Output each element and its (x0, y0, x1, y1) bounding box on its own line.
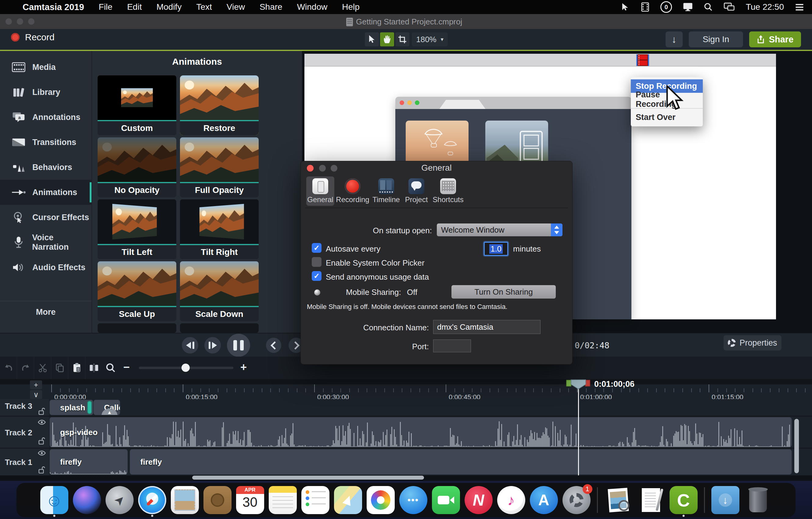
playhead-line[interactable] (578, 385, 579, 475)
recorder-menubar-icon[interactable] (636, 54, 649, 66)
sidebar-item-animations[interactable]: Animations (0, 180, 91, 205)
copy-button[interactable] (51, 357, 68, 379)
menu-window[interactable]: Window (297, 2, 328, 12)
timeline-zoom-slider[interactable] (139, 367, 233, 369)
eye-icon[interactable] (38, 450, 46, 456)
dock-camtasia-icon[interactable]: C (670, 486, 698, 514)
port-field[interactable] (433, 339, 471, 352)
menu-item-start-over[interactable]: Start Over (631, 111, 703, 124)
sidebar-item-annotations[interactable]: a Annotations (0, 105, 91, 130)
menu-share[interactable]: Share (260, 2, 283, 12)
sidebar-item-behaviors[interactable]: Behaviors (0, 155, 91, 180)
cut-button[interactable] (34, 357, 51, 379)
clip-firefly-2[interactable]: firefly (129, 449, 792, 475)
dock-downloads-icon[interactable]: ↓ (711, 486, 740, 514)
animation-tile-tilt-right[interactable]: Tilt Right (180, 199, 259, 259)
add-track-button[interactable]: + (30, 380, 42, 389)
zoom-in-button[interactable]: + (240, 361, 247, 374)
lock-open-icon[interactable] (38, 466, 45, 473)
clip-gsp-video[interactable]: gsp-video (50, 417, 792, 447)
animation-tile-no-opacity[interactable]: No Opacity (97, 137, 176, 197)
animation-tile-restore[interactable]: Restore (180, 75, 259, 135)
menu-file[interactable]: File (99, 2, 113, 12)
lock-open-icon[interactable] (38, 437, 45, 444)
canvas-zoom-select[interactable]: 180% ▾ (412, 32, 448, 47)
usage-data-checkbox[interactable] (312, 271, 321, 281)
lock-open-icon[interactable] (38, 408, 45, 415)
animation-tile-scale-up[interactable]: Scale Up (97, 261, 176, 321)
animation-tile-tilt-left[interactable]: Tilt Left (97, 199, 176, 259)
track-2-header[interactable]: Track 2 (0, 416, 49, 448)
slider-knob[interactable] (181, 364, 190, 372)
animation-tile-custom[interactable]: Custom (97, 75, 176, 135)
dock-reminders-icon[interactable] (301, 486, 329, 514)
sidebar-item-library[interactable]: Library (0, 80, 91, 105)
tab-project[interactable]: Project (403, 176, 430, 206)
record-button[interactable]: Record (11, 32, 55, 43)
horizontal-scrollbar[interactable] (192, 476, 424, 480)
download-media-button[interactable]: ↓ (666, 31, 683, 47)
autosave-minutes-field[interactable]: 1.0 (484, 242, 508, 256)
dock-launchpad-icon[interactable]: ➤ (106, 486, 134, 514)
dock-notes-icon[interactable] (269, 486, 297, 514)
playhead-grip[interactable] (571, 380, 586, 389)
menu-clock[interactable]: Tue 22:50 (746, 2, 784, 12)
next-frame-button[interactable] (204, 337, 221, 354)
clip-firefly-1[interactable]: firefly (50, 449, 128, 475)
dock-trash-icon[interactable] (744, 486, 772, 514)
window-zoom-button[interactable] (28, 18, 34, 25)
tab-general[interactable]: General (306, 176, 334, 206)
airplay-displays-icon[interactable] (724, 2, 735, 11)
paste-button[interactable] (68, 357, 85, 379)
animation-tile-partial[interactable] (97, 323, 176, 333)
menu-modify[interactable]: Modify (156, 2, 181, 12)
clip-marker[interactable] (87, 401, 92, 414)
menu-view[interactable]: View (227, 2, 245, 12)
dock-calendar-icon[interactable]: APR 30 (236, 486, 264, 514)
animation-tile-scale-down[interactable]: Scale Down (180, 261, 259, 321)
zoom-out-button[interactable]: − (123, 361, 129, 374)
spotlight-search-icon[interactable] (704, 2, 713, 11)
color-picker-checkbox[interactable] (312, 257, 321, 267)
previous-frame-button[interactable] (182, 337, 198, 354)
dock-app-store-icon[interactable]: A (530, 486, 558, 514)
sidebar-item-transitions[interactable]: Transitions (0, 130, 91, 155)
track-3-header[interactable]: Track 3 (0, 399, 49, 416)
autosave-checkbox[interactable] (312, 243, 321, 253)
sidebar-item-cursor-effects[interactable]: Cursor Effects (0, 205, 91, 230)
tab-recording[interactable]: Recording (336, 176, 370, 206)
split-button[interactable] (85, 357, 102, 379)
sidebar-more-button[interactable]: More (0, 301, 91, 323)
recorder-cursor-status-icon[interactable] (621, 2, 630, 11)
dock-siri-icon[interactable] (73, 486, 101, 514)
clip-splash[interactable]: splash (50, 400, 93, 415)
dock-facetime-icon[interactable] (432, 486, 460, 514)
dock-maps-icon[interactable] (334, 486, 362, 514)
sign-in-button[interactable]: Sign In (689, 31, 743, 47)
eye-icon[interactable] (38, 419, 46, 425)
dock-preview-icon[interactable] (604, 486, 632, 514)
pan-tool-button[interactable] (380, 32, 394, 47)
track-1-header[interactable]: Track 1 (0, 448, 49, 475)
dock-news-icon[interactable]: N (465, 486, 493, 514)
pause-button[interactable] (227, 334, 250, 357)
clip-callout[interactable]: Callout ▲ (93, 400, 120, 415)
share-button[interactable]: Share (749, 31, 801, 47)
pointer-tool-button[interactable] (365, 32, 379, 47)
sidebar-item-audio-effects[interactable]: Audio Effects (0, 255, 91, 280)
menu-app-name[interactable]: Camtasia 2019 (23, 2, 84, 12)
turn-on-sharing-button[interactable]: Turn On Sharing (452, 285, 556, 299)
dock-itunes-icon[interactable]: ♪ (497, 486, 525, 514)
dialog-close-button[interactable] (307, 165, 314, 171)
dialog-minimize-button[interactable] (319, 165, 326, 171)
dock-system-preferences-icon[interactable]: 1 (562, 486, 590, 514)
crop-tool-button[interactable] (395, 32, 409, 47)
tab-shortcuts[interactable]: Shortcuts (431, 176, 465, 206)
dock-finder-icon[interactable]: ☺ (40, 486, 68, 514)
timeline-ruler[interactable]: 0:00:00;00 0:00:15;00 0:00:30;00 0:00:45… (0, 379, 812, 399)
dock-mail-icon[interactable] (171, 486, 199, 514)
animation-tile-partial[interactable] (180, 323, 259, 333)
window-minimize-button[interactable] (17, 18, 23, 25)
redo-button[interactable] (17, 357, 34, 379)
menu-text[interactable]: Text (196, 2, 212, 12)
